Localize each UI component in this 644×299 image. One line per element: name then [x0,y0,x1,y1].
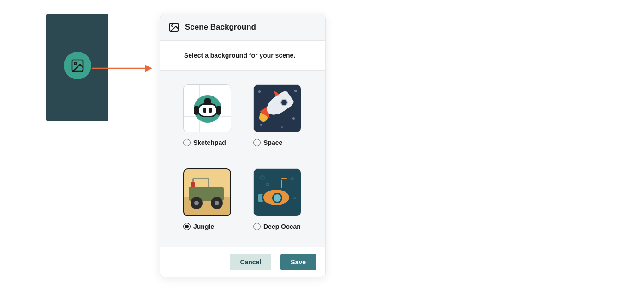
scene-background-dialog: Scene Background Select a background for… [160,14,326,277]
dialog-header: Scene Background [160,14,325,41]
background-option-jungle[interactable]: Jungle [183,168,232,230]
thumbnail-jungle [183,168,231,216]
background-option-deep-ocean[interactable]: Deep Ocean [253,168,302,230]
thumbnail-deep-ocean [253,168,301,216]
svg-point-1 [74,62,76,64]
dialog-instruction: Select a background for your scene. [160,41,325,71]
radio-jungle[interactable] [183,223,191,230]
image-icon [70,58,85,73]
radio-label-deep-ocean: Deep Ocean [263,223,301,230]
radio-space[interactable] [253,139,261,146]
thumbnail-sketchpad [183,84,231,132]
svg-marker-3 [145,65,152,72]
background-option-space[interactable]: Space [253,84,302,146]
dialog-footer: Cancel Save [160,247,325,277]
image-icon [168,22,179,33]
radio-sketchpad[interactable] [183,139,191,146]
dialog-title: Scene Background [185,23,256,32]
stage-background-circle [64,52,91,79]
radio-label-sketchpad: Sketchpad [193,139,226,146]
arrow-icon [92,60,152,77]
cancel-button[interactable]: Cancel [230,254,271,270]
radio-label-jungle: Jungle [193,223,214,230]
thumbnail-space [253,84,301,132]
background-option-sketchpad[interactable]: Sketchpad [183,84,232,146]
svg-point-5 [172,25,173,26]
background-options-grid: Sketchpad Space [160,71,325,247]
radio-deep-ocean[interactable] [253,223,261,230]
radio-label-space: Space [263,139,282,146]
save-button[interactable]: Save [280,254,316,270]
